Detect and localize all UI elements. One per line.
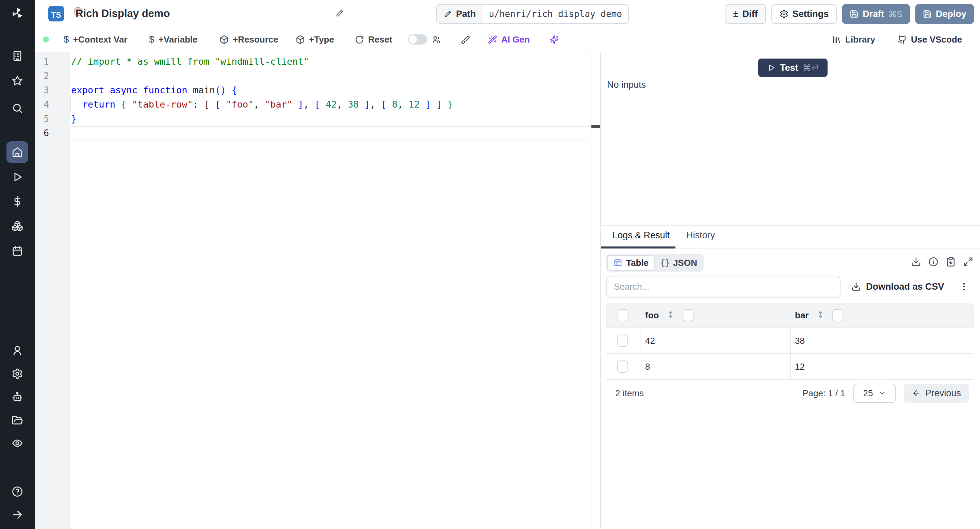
save-icon bbox=[923, 10, 932, 18]
right-panel: Test ⌘⏎ No inputs Logs & Result History … bbox=[601, 53, 980, 529]
dollar-icon: $ bbox=[149, 34, 154, 45]
braces-icon: {} bbox=[660, 258, 670, 268]
table-row[interactable]: 8 12 bbox=[606, 353, 974, 379]
view-json-button[interactable]: {} JSON bbox=[655, 258, 703, 268]
table-icon bbox=[614, 258, 622, 267]
draft-button[interactable]: Draft ⌘S bbox=[842, 4, 910, 24]
diff-mode-toggle[interactable] bbox=[408, 27, 427, 52]
column-foo-checkbox[interactable] bbox=[682, 309, 694, 321]
editor-scrollbar[interactable] bbox=[591, 53, 600, 529]
package-icon bbox=[296, 35, 305, 44]
users-person-icon[interactable] bbox=[9, 343, 25, 359]
toggle-switch[interactable] bbox=[408, 34, 427, 45]
windmill-logo-icon[interactable] bbox=[8, 5, 26, 22]
workers-robot-icon[interactable] bbox=[9, 389, 25, 405]
row-checkbox[interactable] bbox=[617, 335, 628, 347]
collapse-arrow-right-icon[interactable] bbox=[9, 507, 25, 523]
header: TS Rich Display demo Path u/henri/rich_d… bbox=[35, 0, 980, 27]
help-question-icon[interactable] bbox=[9, 483, 25, 500]
ai-gen-button[interactable]: AI Gen bbox=[488, 27, 530, 52]
sort-foo-icon[interactable] bbox=[666, 310, 675, 320]
collaborators-icon[interactable] bbox=[432, 27, 441, 52]
previous-page-button[interactable]: Previous bbox=[904, 384, 969, 403]
settings-button[interactable]: Settings bbox=[772, 4, 837, 24]
page-size-select[interactable]: 25 bbox=[853, 384, 896, 403]
github-icon bbox=[898, 35, 907, 44]
table-options-kebab-icon[interactable] bbox=[958, 279, 970, 295]
line-number: 6 bbox=[35, 126, 49, 140]
download-csv-button[interactable]: Download as CSV bbox=[851, 279, 944, 295]
no-inputs-label: No inputs bbox=[607, 80, 646, 90]
code-line[interactable]: 3export async function main() { bbox=[35, 83, 591, 97]
select-all-checkbox[interactable] bbox=[617, 309, 628, 321]
search-input[interactable] bbox=[606, 276, 840, 298]
edit-summary-pencil-icon[interactable] bbox=[335, 9, 344, 19]
resources-boxes-icon[interactable] bbox=[9, 218, 25, 234]
use-vscode-button[interactable]: Use VScode bbox=[898, 27, 962, 52]
line-number: 1 bbox=[35, 54, 49, 69]
path-edit-button[interactable]: Path bbox=[437, 5, 483, 23]
result-table: foo bar 42 38 8 12 2 items Page: 1 / 1 bbox=[606, 303, 974, 406]
view-table-button[interactable]: Table bbox=[608, 255, 655, 271]
code-line[interactable]: 4 return { "table-row": [ [ "foo", "bar"… bbox=[35, 97, 591, 112]
table-row[interactable]: 42 38 bbox=[606, 327, 974, 353]
package-icon bbox=[220, 35, 229, 44]
diff-icon: ± bbox=[733, 8, 738, 19]
sparkles-icon[interactable] bbox=[550, 27, 559, 52]
chevron-down-icon bbox=[878, 389, 886, 397]
code-editor[interactable]: 1// import * as wmill from "windmill-cli… bbox=[35, 53, 591, 529]
typescript-badge: TS bbox=[48, 6, 64, 21]
add-variable-button[interactable]: $ +Variable bbox=[149, 27, 198, 52]
runs-play-icon[interactable] bbox=[9, 169, 25, 185]
row-checkbox[interactable] bbox=[617, 360, 628, 373]
settings-gear-icon[interactable] bbox=[9, 366, 25, 382]
column-header-foo[interactable]: foo bbox=[645, 310, 659, 321]
save-icon bbox=[850, 10, 859, 18]
download-icon bbox=[851, 282, 861, 292]
sidebar-item-home[interactable] bbox=[6, 141, 28, 163]
path-control[interactable]: Path u/henri/rich_display_demo bbox=[436, 4, 629, 24]
result-view-switcher: Table {} JSON bbox=[606, 254, 704, 272]
column-bar-checkbox[interactable] bbox=[832, 309, 843, 321]
test-shortcut: ⌘⏎ bbox=[803, 63, 818, 73]
add-context-var-button[interactable]: $ +Context Var bbox=[64, 27, 127, 52]
schedules-calendar-icon[interactable] bbox=[9, 243, 25, 259]
line-number: 5 bbox=[35, 112, 49, 126]
result-tabs: Logs & Result History bbox=[601, 226, 980, 249]
add-resource-button[interactable]: +Resource bbox=[220, 27, 278, 52]
reset-button[interactable]: Reset bbox=[355, 27, 392, 52]
copy-clipboard-icon[interactable] bbox=[946, 257, 956, 267]
favorites-star-icon[interactable] bbox=[9, 73, 25, 89]
download-result-icon[interactable] bbox=[911, 257, 921, 267]
expand-icon[interactable] bbox=[963, 257, 973, 267]
variables-dollar-icon[interactable] bbox=[9, 193, 25, 210]
workspace-building-icon[interactable] bbox=[9, 48, 25, 64]
code-lines[interactable]: 1// import * as wmill from "windmill-cli… bbox=[35, 54, 591, 140]
play-icon bbox=[767, 64, 775, 72]
library-button[interactable]: Library bbox=[832, 27, 875, 52]
diff-button[interactable]: ± Diff bbox=[725, 4, 765, 24]
tab-history[interactable]: History bbox=[686, 230, 715, 241]
sidebar bbox=[0, 0, 35, 529]
folders-icon[interactable] bbox=[9, 412, 25, 428]
items-count: 2 items bbox=[615, 388, 644, 398]
table-header-row: foo bar bbox=[606, 303, 974, 327]
code-line[interactable]: 5} bbox=[35, 112, 591, 126]
audit-eye-icon[interactable] bbox=[9, 435, 25, 451]
test-button[interactable]: Test ⌘⏎ bbox=[758, 59, 827, 77]
scrollbar-cursor-mark bbox=[592, 125, 601, 127]
column-header-bar[interactable]: bar bbox=[795, 310, 808, 321]
code-line[interactable]: 2 bbox=[35, 69, 591, 83]
path-value: u/henri/rich_display_demo bbox=[483, 5, 628, 23]
code-line[interactable]: 1// import * as wmill from "windmill-cli… bbox=[35, 54, 591, 69]
wand-icon bbox=[488, 35, 497, 44]
sort-bar-icon[interactable] bbox=[816, 310, 825, 320]
add-type-button[interactable]: +Type bbox=[296, 27, 334, 52]
sidebar-divider bbox=[0, 130, 35, 131]
search-icon[interactable] bbox=[9, 100, 25, 116]
info-icon[interactable] bbox=[928, 257, 939, 267]
code-line[interactable]: 6 bbox=[35, 126, 591, 140]
format-brush-icon[interactable] bbox=[461, 27, 470, 52]
deploy-button[interactable]: Deploy bbox=[915, 4, 974, 24]
tab-logs-result[interactable]: Logs & Result bbox=[612, 230, 670, 241]
